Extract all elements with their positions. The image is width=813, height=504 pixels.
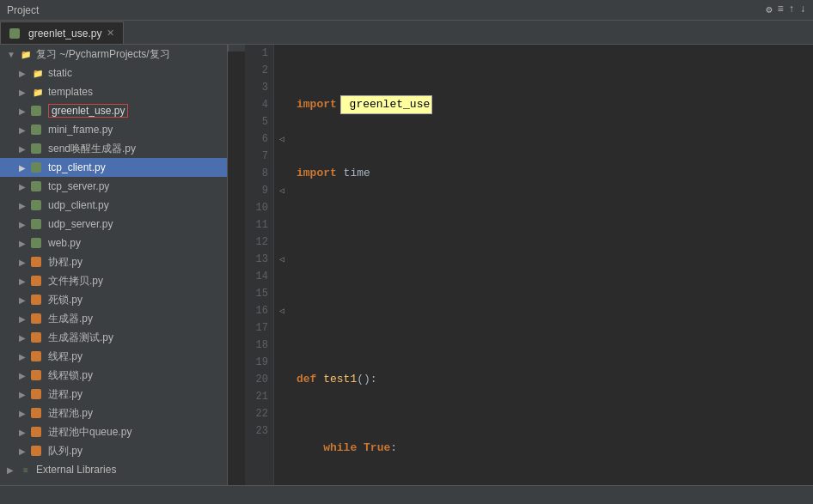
tree-thread[interactable]: ▶ 线程.py	[0, 347, 227, 366]
title-bar-icons: ⚙ ≡ ↑ ↓	[766, 3, 806, 16]
py-file-icon	[31, 104, 45, 118]
arrow-icon: ▶	[19, 125, 31, 135]
tree-udp-client[interactable]: ▶ udp_client.py	[0, 196, 227, 215]
line-num-17: 17	[250, 319, 268, 337]
tree-process[interactable]: ▶ 进程.py	[0, 385, 227, 404]
space-while-1	[357, 440, 364, 457]
arrow-icon: ▶	[19, 314, 31, 324]
arrow-icon: ▶	[19, 409, 31, 418]
py-file-icon	[31, 142, 45, 155]
tree-generator-test[interactable]: ▶ 生成器测试.py	[0, 328, 227, 347]
tree-file-copy[interactable]: ▶ 文件拷贝.py	[0, 271, 227, 290]
arrow-icon: ▶	[19, 220, 31, 229]
send-wake-label: send唤醒生成器.py	[48, 142, 136, 156]
arrow-icon: ▶	[19, 239, 31, 248]
down-icon[interactable]: ↓	[800, 3, 806, 16]
py-file-icon	[31, 255, 45, 269]
gutter-23	[274, 422, 290, 440]
file-panel-label[interactable]: 文件	[228, 45, 245, 52]
gutter-11	[274, 216, 290, 234]
line-num-7: 7	[250, 148, 268, 165]
line-num-6: 6	[250, 131, 268, 148]
line-num-9: 9	[250, 182, 268, 199]
tree-external-libs[interactable]: ▶ ≡ External Libraries	[0, 460, 227, 479]
code-line-5: def test1():	[296, 371, 806, 388]
gutter-10	[274, 199, 290, 216]
coroutine-label: 协程.py	[48, 255, 83, 270]
tree-tcp-client[interactable]: ▶ tcp_client.py	[0, 158, 227, 177]
tree-send-wake[interactable]: ▶ send唤醒生成器.py	[0, 139, 227, 158]
line-num-18: 18	[250, 337, 268, 354]
web-label: web.py	[48, 237, 81, 249]
tree-tcp-server[interactable]: ▶ tcp_server.py	[0, 177, 227, 196]
ext-lib-icon: ≡	[19, 463, 33, 477]
tab-label: greenlet_use.py	[28, 27, 101, 39]
udp-client-label: udp_client.py	[48, 199, 109, 211]
title-bar-text: Project	[7, 4, 39, 16]
indent-6	[296, 440, 323, 457]
project-tree[interactable]: ▼ 📁 复习 ~/PycharmProjects/复习 ▶ 📁 static ▶…	[0, 45, 227, 485]
line-num-22: 22	[250, 405, 268, 422]
tree-thread-lock[interactable]: ▶ 线程锁.py	[0, 366, 227, 385]
code-line-4	[296, 302, 806, 319]
tree-deadlock[interactable]: ▶ 死锁.py	[0, 290, 227, 309]
line-numbers: 1 2 3 4 5 6 7 8 9 10 11 12 13 14 15 16 1…	[245, 45, 274, 485]
file-icon	[9, 28, 20, 39]
tree-templates[interactable]: ▶ 📁 templates	[0, 82, 227, 101]
keyword-import-1: import	[296, 96, 337, 113]
tree-mini-frame[interactable]: ▶ mini_frame.py	[0, 120, 227, 139]
arrow-icon: ▶	[19, 69, 31, 78]
line-num-10: 10	[250, 199, 268, 216]
py-file-icon	[31, 368, 45, 382]
root-label: 复习 ~/PycharmProjects/复习	[36, 47, 170, 62]
keyword-while-1: while	[323, 440, 357, 457]
line-num-8: 8	[250, 165, 268, 182]
gutter-20	[274, 371, 290, 388]
tab-close-icon[interactable]: ✕	[107, 27, 114, 39]
line-num-20: 20	[250, 371, 268, 388]
arrow-icon: ▶	[19, 428, 31, 437]
code-editor[interactable]: 1 2 3 4 5 6 7 8 9 10 11 12 13 14 15 16 1…	[245, 45, 813, 485]
tcp-client-label: tcp_client.py	[48, 161, 106, 173]
folder-icon: 📁	[19, 47, 33, 61]
tree-queue[interactable]: ▶ 队列.py	[0, 441, 227, 460]
paren-1: ():	[357, 371, 376, 388]
highlight-greenlet-use: greenlet_use	[340, 95, 432, 114]
gutter-19	[274, 354, 290, 371]
tree-udp-server[interactable]: ▶ udp_server.py	[0, 215, 227, 234]
templates-label: templates	[48, 86, 93, 98]
tree-root[interactable]: ▼ 📁 复习 ~/PycharmProjects/复习	[0, 45, 227, 64]
thread-label: 线程.py	[48, 349, 83, 364]
up-icon[interactable]: ↑	[789, 3, 795, 16]
arrow-icon: ▶	[19, 352, 31, 361]
tree-static[interactable]: ▶ 📁 static	[0, 64, 227, 82]
colon-1: :	[390, 440, 397, 457]
tree-coroutine[interactable]: ▶ 协程.py	[0, 252, 227, 271]
py-file-icon	[31, 179, 45, 193]
gutter-21	[274, 388, 290, 405]
line-num-5: 5	[250, 113, 268, 131]
static-label: static	[48, 67, 72, 79]
gutter: ◁ ◁ ◁ ◁	[274, 45, 290, 485]
tree-process-queue[interactable]: ▶ 进程池中queue.py	[0, 422, 227, 441]
arrow-icon: ▶	[19, 106, 31, 116]
arrow-icon: ▶	[19, 163, 31, 173]
tree-web[interactable]: ▶ web.py	[0, 234, 227, 252]
gutter-16: ◁	[274, 302, 290, 319]
settings-icon[interactable]: ⚙	[766, 3, 772, 16]
tab-greenlet-use[interactable]: greenlet_use.py ✕	[0, 21, 124, 44]
gutter-9: ◁	[274, 182, 290, 199]
arrow-icon: ▼	[7, 50, 19, 59]
layout-icon[interactable]: ≡	[777, 3, 783, 16]
generator-label: 生成器.py	[48, 312, 93, 326]
process-label: 进程.py	[48, 387, 83, 402]
tree-greenlet-use[interactable]: ▶ greenlet_use.py	[0, 101, 227, 120]
py-file-icon	[31, 349, 45, 363]
fn-test1: test1	[323, 371, 357, 388]
folder-icon: 📁	[31, 85, 45, 99]
code-content[interactable]: import greenlet_use import time def test…	[290, 45, 813, 485]
line-num-21: 21	[250, 388, 268, 405]
gutter-6: ◁	[274, 131, 290, 148]
tree-generator[interactable]: ▶ 生成器.py	[0, 309, 227, 328]
tree-process-pool[interactable]: ▶ 进程池.py	[0, 404, 227, 422]
